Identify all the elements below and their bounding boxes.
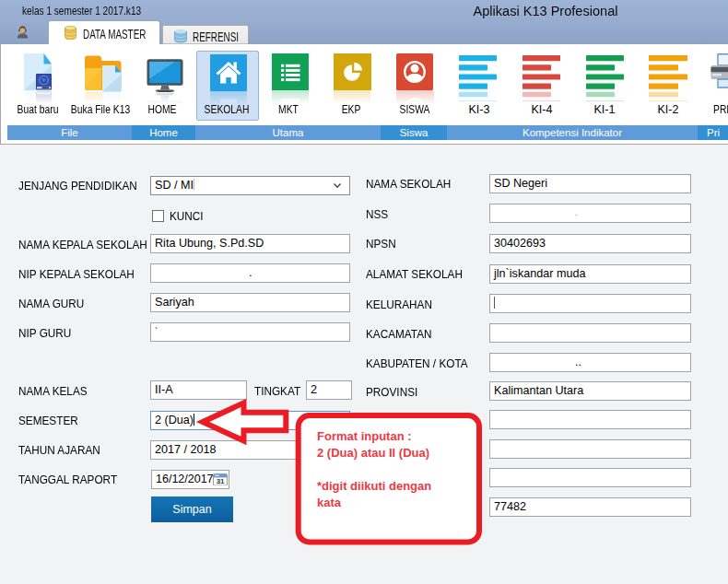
svg-text:2 (Dua) atau II (Dua): 2 (Dua) atau II (Dua) [317, 446, 429, 460]
svg-text:kata: kata [317, 496, 342, 509]
svg-text:*digit diikuti dengan: *digit diikuti dengan [317, 479, 431, 493]
svg-text:Format inputan :: Format inputan : [317, 429, 412, 443]
